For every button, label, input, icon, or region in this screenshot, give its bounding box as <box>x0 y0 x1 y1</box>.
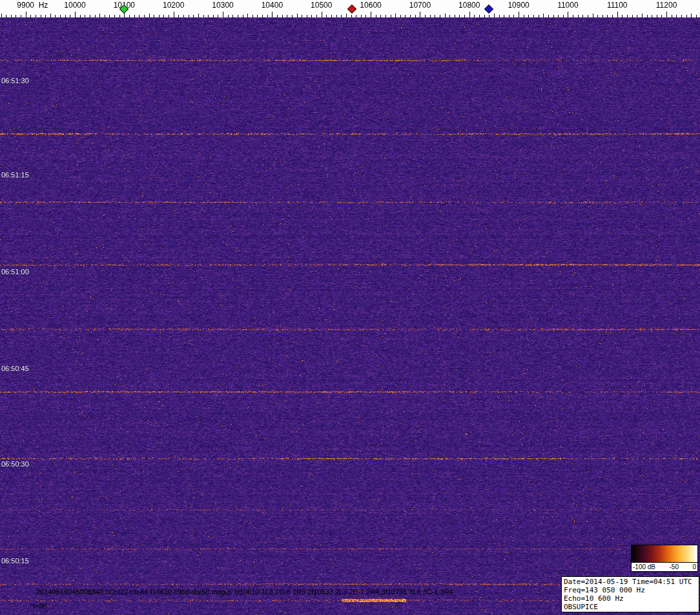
info-observer: OBSUPICE <box>564 603 697 611</box>
freq-tick-label: 10200 <box>163 1 184 10</box>
time-axis-label: 06:50:15 <box>1 557 29 565</box>
info-echo: Echo=10 600 Hz <box>564 594 697 603</box>
spectrogram-canvas[interactable] <box>0 17 700 615</box>
status-info-box: Date=2014-05-19 Time=04:51 UTC Freq=143 … <box>561 576 699 612</box>
freq-tick-label: 10800 <box>458 1 480 10</box>
color-gradient-bar <box>632 545 697 563</box>
freq-tick-label: 11000 <box>557 1 578 10</box>
freq-tick-label: 10000 <box>64 1 85 10</box>
colorbar-labels: -100 dB -50 0 <box>632 563 697 571</box>
info-date-time: Date=2014-05-19 Time=04:51 UTC <box>564 578 697 586</box>
freq-tick-label: 10600 <box>360 1 381 10</box>
cursor-readout-text: ^t+08 <box>30 602 47 610</box>
time-axis-label: 06:50:30 <box>1 460 29 468</box>
spectrum-waterfall-window: 9900100001010010200103001040010500106001… <box>0 0 700 615</box>
time-axis-label: 06:51:00 <box>1 268 29 276</box>
freq-tick-label: 10300 <box>212 1 233 10</box>
freq-tick-label: 11100 <box>607 1 628 10</box>
info-frequency: Freq=143 050 000 Hz <box>564 586 697 594</box>
color-scale[interactable]: -100 dB -50 0 <box>631 545 698 572</box>
freq-tick-label: 10400 <box>262 1 283 10</box>
colorbar-max-label: 0 <box>692 563 696 570</box>
freq-tick-label: 10700 <box>409 1 431 10</box>
colorbar-mid-label: -50 <box>670 563 679 570</box>
freq-tick-label: 10900 <box>508 1 529 10</box>
detection-log-text: 20140519045008340 hCnt22 nb-66 f10610 hi… <box>36 588 453 596</box>
frequency-ruler[interactable]: 9900100001010010200103001040010500106001… <box>0 0 700 17</box>
time-axis-label: 06:51:30 <box>1 77 29 85</box>
freq-tick-label: 9900 <box>17 1 34 10</box>
freq-tick-label: 10500 <box>311 1 332 10</box>
freq-tick-label: 11200 <box>656 1 677 10</box>
freq-unit-label: Hz <box>39 1 48 10</box>
time-axis-label: 06:51:15 <box>1 171 29 179</box>
time-axis-label: 06:50:45 <box>1 365 29 372</box>
waterfall-area: 20140519045008340 hCnt22 nb-66 f10610 hi… <box>0 17 700 615</box>
colorbar-min-label: -100 dB <box>633 563 655 570</box>
